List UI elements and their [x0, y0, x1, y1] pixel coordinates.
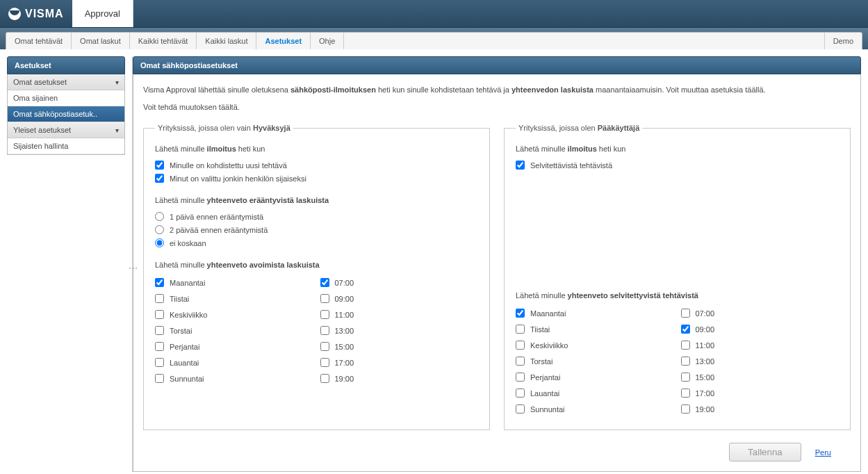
day-option[interactable]: Keskiviikko [155, 307, 313, 322]
checkbox-input[interactable] [320, 310, 329, 319]
nav-demo[interactable]: Demo [824, 33, 862, 49]
day-option[interactable]: Sunnuntai [155, 370, 313, 386]
checkbox-input[interactable] [320, 278, 329, 287]
checkbox-input[interactable] [155, 326, 164, 335]
save-button[interactable]: Tallenna [729, 443, 801, 461]
time-option[interactable]: 07:00 [320, 275, 479, 291]
time-option[interactable]: 13:00 [681, 353, 840, 369]
sidebar-group-omat-asetukset[interactable]: Omat asetukset ▾ [8, 74, 124, 90]
day-option[interactable]: Tiistai [155, 291, 313, 307]
panels-row: Yrityksissä, joissa olen vain Hyväksyjä … [143, 124, 851, 430]
checkbox-input[interactable] [516, 341, 525, 350]
time-label: 17:00 [335, 359, 354, 367]
checkbox-input[interactable] [155, 310, 164, 319]
checkbox-input[interactable] [320, 358, 329, 367]
time-option[interactable]: 09:00 [681, 321, 840, 337]
checkbox-input[interactable] [155, 374, 164, 383]
day-option[interactable]: Maanantai [516, 305, 674, 321]
panel-admin: Yrityksissä, joissa olen Pääkäyttäjä Läh… [504, 124, 851, 430]
day-label: Lauantai [170, 359, 199, 367]
checkbox-input[interactable] [516, 357, 525, 366]
nav-kaikki-tehtavat[interactable]: Kaikki tehtävät [130, 33, 197, 49]
checkbox-input[interactable] [681, 389, 690, 398]
checkbox-input[interactable] [516, 325, 525, 334]
nav-omat-laskut[interactable]: Omat laskut [72, 33, 130, 49]
time-option[interactable]: 07:00 [681, 305, 840, 321]
checkbox-input[interactable] [516, 389, 525, 398]
section-heading: Lähetä minulle ilmoitus heti kun [155, 145, 478, 153]
checkbox-input[interactable] [681, 357, 690, 366]
checkbox-substitute[interactable]: Minut on valittu jonkin henkilön sijaise… [155, 172, 478, 185]
checkbox-input[interactable] [320, 326, 329, 335]
checkbox-input[interactable] [320, 342, 329, 351]
checkbox-input[interactable] [155, 294, 164, 303]
app-header: VISMA Approval [0, 0, 868, 28]
sidebar-item-sijaisten-hallinta[interactable]: Sijaisten hallinta [8, 138, 124, 154]
day-option[interactable]: Torstai [155, 322, 313, 338]
time-option[interactable]: 17:00 [320, 354, 479, 370]
day-option[interactable]: Torstai [516, 353, 674, 369]
radio-never[interactable]: ei koskaan [155, 236, 478, 250]
checkbox-input[interactable] [516, 161, 525, 170]
checkbox-input[interactable] [155, 342, 164, 351]
time-option[interactable]: 13:00 [320, 322, 479, 338]
main-title: Omat sähköpostiasetukset [133, 56, 861, 74]
radio-label: 2 päivää ennen erääntymistä [170, 226, 268, 234]
nav-omat-tehtavat[interactable]: Omat tehtävät [6, 33, 72, 49]
section-heading: Lähetä minulle yhteenveto avoimista lask… [155, 261, 478, 269]
checkbox-input[interactable] [516, 309, 525, 318]
radio-input[interactable] [155, 212, 164, 221]
intro-bold: sähköposti-ilmoituksen [290, 85, 376, 94]
day-option[interactable]: Perjantai [155, 338, 313, 354]
nav-kaikki-laskut[interactable]: Kaikki laskut [197, 33, 256, 49]
day-option[interactable]: Lauantai [155, 354, 313, 370]
checkbox-input[interactable] [681, 341, 690, 350]
splitter-grip-icon[interactable]: ⋮ [129, 264, 138, 272]
sidebar-group-yleiset-asetukset[interactable]: Yleiset asetukset ▾ [8, 122, 124, 138]
sidebar: Asetukset Omat asetukset ▾ Oma sijainen … [7, 56, 125, 472]
checkbox-input[interactable] [320, 374, 329, 383]
time-option[interactable]: 19:00 [320, 370, 479, 386]
time-label: 07:00 [696, 309, 715, 318]
nav-asetukset[interactable]: Asetukset [256, 33, 311, 49]
checkbox-review-tasks[interactable]: Selvitettävistä tehtävistä [516, 158, 839, 172]
checkbox-input[interactable] [681, 404, 690, 414]
radio-input[interactable] [155, 238, 164, 247]
radio-2-days[interactable]: 2 päivää ennen erääntymistä [155, 223, 478, 236]
day-option[interactable]: Perjantai [516, 369, 674, 385]
day-option[interactable]: Keskiviikko [516, 337, 674, 353]
nav-ohje[interactable]: Ohje [311, 33, 344, 49]
cancel-link[interactable]: Peru [815, 448, 831, 457]
checkbox-input[interactable] [681, 309, 690, 318]
time-label: 19:00 [335, 375, 354, 383]
checkbox-input[interactable] [516, 404, 525, 414]
radio-input[interactable] [155, 225, 164, 234]
app-tab-approval[interactable]: Approval [72, 0, 133, 27]
time-option[interactable]: 19:00 [681, 401, 840, 417]
time-option[interactable]: 15:00 [681, 369, 840, 385]
checkbox-input[interactable] [155, 161, 164, 170]
day-option[interactable]: Sunnuntai [516, 401, 674, 417]
checkbox-input[interactable] [155, 174, 164, 183]
sidebar-item-oma-sijainen[interactable]: Oma sijainen [8, 90, 124, 106]
radio-1-day[interactable]: 1 päivä ennen erääntymistä [155, 210, 478, 223]
day-option[interactable]: Maanantai [155, 275, 313, 291]
time-option[interactable]: 11:00 [320, 307, 479, 322]
time-option[interactable]: 09:00 [320, 291, 479, 307]
checkbox-input[interactable] [320, 294, 329, 303]
checkbox-input[interactable] [516, 373, 525, 382]
checkbox-input[interactable] [155, 358, 164, 367]
time-option[interactable]: 17:00 [681, 385, 840, 401]
checkbox-input[interactable] [681, 325, 690, 334]
brand-logo: VISMA [0, 0, 72, 27]
day-option[interactable]: Lauantai [516, 385, 674, 401]
checkbox-input[interactable] [155, 278, 164, 287]
day-option[interactable]: Tiistai [516, 321, 674, 337]
time-option[interactable]: 15:00 [320, 338, 479, 354]
time-option[interactable]: 11:00 [681, 337, 840, 353]
checkbox-new-task[interactable]: Minulle on kohdistettu uusi tehtävä [155, 158, 478, 172]
checkbox-input[interactable] [681, 373, 690, 382]
section-heading: Lähetä minulle yhteenveto erääntyvistä l… [155, 196, 478, 204]
sidebar-item-email-settings[interactable]: Omat sähköpostiasetuk.. [8, 106, 124, 122]
time-label: 09:00 [335, 295, 354, 303]
